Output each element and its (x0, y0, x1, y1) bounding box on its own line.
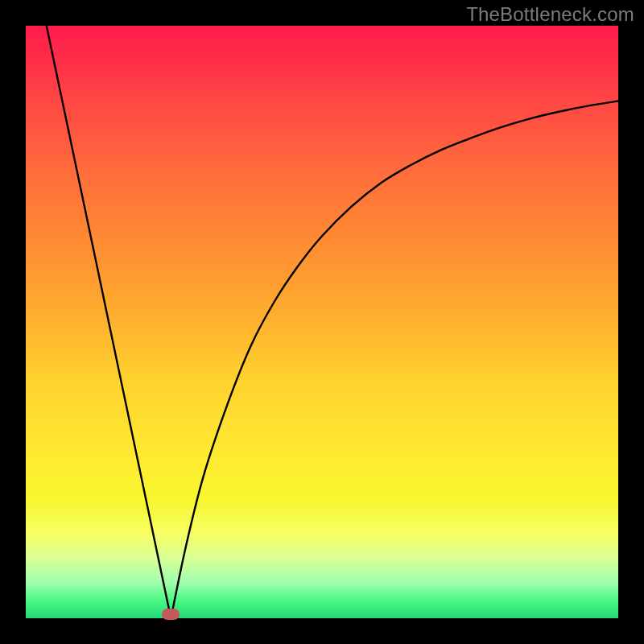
plot-area (26, 26, 618, 618)
curve-right-branch (171, 101, 618, 618)
curve-layer (26, 26, 618, 618)
watermark-text: TheBottleneck.com (466, 3, 634, 26)
vertex-marker (162, 609, 180, 620)
chart-frame: TheBottleneck.com (0, 0, 644, 644)
curve-left-branch (47, 26, 171, 618)
